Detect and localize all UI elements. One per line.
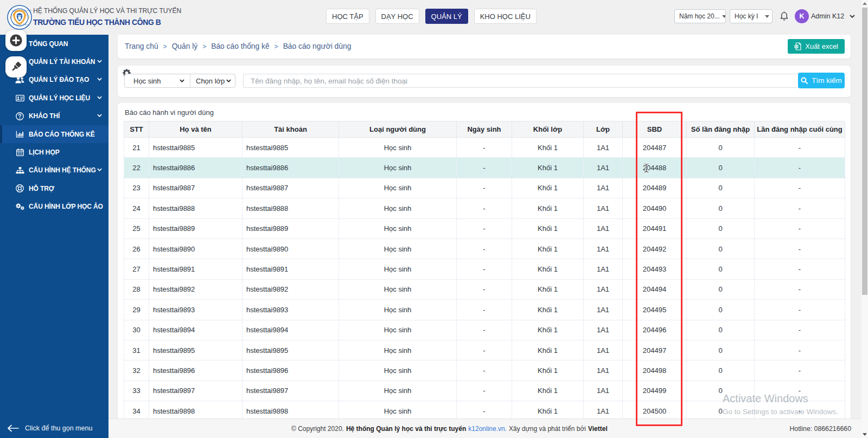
table-cell: Học sinh [339, 381, 457, 401]
table-cell: Khối 1 [512, 320, 584, 340]
site-link[interactable]: k12online.vn. [468, 425, 507, 433]
user-avatar[interactable]: K [795, 9, 809, 23]
table-row[interactable]: 27hstesttai9891hstesttai9891Học sinh-Khố… [124, 259, 845, 279]
chevron-down-icon [97, 96, 102, 99]
sidebar-item[interactable]: KHẢO THÍ [0, 107, 108, 125]
table-row[interactable]: 22hstesttai9886hstesttai9886Học sinh-Khố… [124, 158, 845, 178]
filter-select-group: Học sinh Chọn lớp [124, 74, 235, 88]
table-row[interactable]: 29hstesttai9893hstesttai9893Học sinh-Khố… [124, 300, 845, 320]
table-cell: 1A1 [584, 340, 623, 360]
scroll-down-arrow-icon[interactable] [863, 433, 867, 436]
breadcrumb-item[interactable]: Trang chủ [125, 42, 158, 50]
table-cell: 1A1 [584, 360, 623, 381]
column-header: Tài khoản [242, 121, 339, 138]
table-cell: - [457, 340, 512, 360]
school-year-select[interactable]: Năm học 20... [674, 9, 726, 23]
table-cell: Khối 1 [512, 279, 584, 299]
table-cell: hstesttai9885 [242, 138, 339, 158]
scroll-up-arrow-icon[interactable] [863, 2, 867, 5]
table-cell: - [755, 279, 845, 299]
table-cell: 0 [687, 340, 755, 360]
table-cell: 204495 [623, 300, 687, 320]
excel-file-icon [794, 42, 801, 50]
chevron-down-icon [97, 60, 102, 63]
nav-tab-quản-lý[interactable]: QUẢN LÝ [425, 9, 468, 24]
sidebar-item[interactable]: HỖ TRỢ [0, 179, 108, 197]
table-cell: hstesttai9885 [149, 138, 242, 158]
table-row[interactable]: 21hstesttai9885hstesttai9885Học sinh-Khố… [124, 138, 845, 158]
table-cell: Khối 1 [512, 158, 584, 178]
table-cell: hstesttai9891 [242, 259, 339, 279]
user-name[interactable]: Admin K12 [811, 12, 844, 20]
table-cell: hstesttai9893 [149, 300, 242, 320]
table-cell: 1A1 [584, 138, 623, 158]
table-cell: Khối 1 [512, 381, 584, 401]
nav-tab-dạy-học[interactable]: DẠY HỌC [375, 9, 419, 24]
table-cell: 1A1 [584, 279, 623, 299]
table-cell: hstesttai9887 [149, 178, 242, 198]
top-navigation: HỌC TẬPDẠY HỌCQUẢN LÝKHO HỌC LIỆU [326, 9, 537, 24]
table-cell: 0 [687, 198, 755, 218]
table-cell: 204498 [623, 360, 687, 381]
table-row[interactable]: 30hstesttai9894hstesttai9894Học sinh-Khố… [124, 320, 845, 340]
bar-chart-icon [15, 130, 24, 138]
sidebar-item[interactable]: CẤU HÌNH LỚP HỌC ẢO [0, 198, 108, 216]
table-cell: 1A1 [584, 320, 623, 340]
table-cell: hstesttai9897 [242, 381, 339, 401]
table-row[interactable]: 23hstesttai9887hstesttai9887Học sinh-Khố… [124, 178, 845, 198]
table-cell: - [755, 198, 845, 218]
table-cell: Khối 1 [512, 218, 584, 239]
table-cell: 0 [687, 300, 755, 320]
breadcrumb-item[interactable]: Báo cáo thống kê [211, 42, 269, 50]
nav-tab-học-tập[interactable]: HỌC TẬP [326, 9, 369, 24]
nav-tab-kho-học-liệu[interactable]: KHO HỌC LIỆU [474, 9, 537, 24]
table-cell: Khối 1 [512, 138, 584, 158]
table-row[interactable]: 28hstesttai9892hstesttai9892Học sinh-Khố… [124, 279, 845, 299]
table-cell: 22 [124, 158, 149, 178]
table-cell: 204492 [623, 239, 687, 259]
table-row[interactable]: 24hstesttai9888hstesttai9888Học sinh-Khố… [124, 198, 845, 218]
table-cell: hstesttai9887 [242, 178, 339, 198]
table-cell: - [457, 178, 512, 198]
export-excel-label: Xuất excel [805, 42, 838, 50]
sidebar-item-label: CẤU HÌNH LỚP HỌC ẢO [29, 203, 103, 210]
bell-icon[interactable] [780, 11, 789, 21]
extension-brush-button[interactable] [5, 56, 27, 78]
sidebar-item[interactable]: BÁO CÁO THỐNG KÊ [0, 125, 108, 143]
table-cell: - [457, 239, 512, 259]
table-cell: Học sinh [339, 259, 457, 279]
table-cell: Khối 1 [512, 178, 584, 198]
table-cell: Học sinh [339, 360, 457, 381]
extension-plus-button[interactable] [5, 30, 27, 51]
table-cell: hstesttai9892 [149, 279, 242, 299]
table-row[interactable]: 26hstesttai9890hstesttai9890Học sinh-Khố… [124, 239, 845, 259]
export-excel-button[interactable]: Xuất excel [788, 39, 845, 54]
column-header: Lớp [584, 121, 623, 138]
search-input[interactable] [243, 74, 798, 88]
collapse-menu-button[interactable]: Click để thu gọn menu [0, 418, 108, 438]
table-row[interactable]: 25hstesttai9889hstesttai9889Học sinh-Khố… [124, 218, 845, 239]
table-cell: 0 [687, 218, 755, 239]
table-cell: - [457, 198, 512, 218]
built-by-text: Xây dựng và phát triển bởi [509, 425, 586, 433]
table-row[interactable]: 31hstesttai9895hstesttai9895Học sinh-Khố… [124, 340, 845, 360]
scrollbar-thumb[interactable] [862, 8, 867, 295]
user-type-select[interactable]: Học sinh [125, 74, 190, 87]
chevron-down-icon [97, 114, 102, 117]
column-header: Số lần đăng nhập [687, 121, 755, 138]
sidebar-item[interactable]: LỊCH HỌP [0, 143, 108, 161]
class-select[interactable]: Chọn lớp [190, 74, 235, 87]
table-row[interactable]: 33hstesttai9897hstesttai9897Học sinh-Khố… [124, 381, 845, 401]
search-button[interactable]: Tìm kiếm [798, 73, 845, 88]
page-scrollbar[interactable] [861, 0, 868, 438]
breadcrumb-item[interactable]: Báo cáo người dùng [283, 42, 352, 50]
sidebar-item[interactable]: CẤU HÌNH HỆ THỐNG [0, 162, 108, 179]
semester-select[interactable]: Học kỳ I [730, 9, 773, 23]
sidebar-item[interactable]: QUẢN LÝ HỌC LIỆU [0, 89, 108, 107]
caret-down-icon [226, 79, 231, 82]
table-cell: Học sinh [339, 158, 457, 178]
chevron-down-icon[interactable] [850, 15, 855, 18]
table-row[interactable]: 32hstesttai9896hstesttai9896Học sinh-Khố… [124, 360, 845, 381]
table-cell: 0 [687, 320, 755, 340]
breadcrumb-item[interactable]: Quản lý [172, 42, 198, 50]
